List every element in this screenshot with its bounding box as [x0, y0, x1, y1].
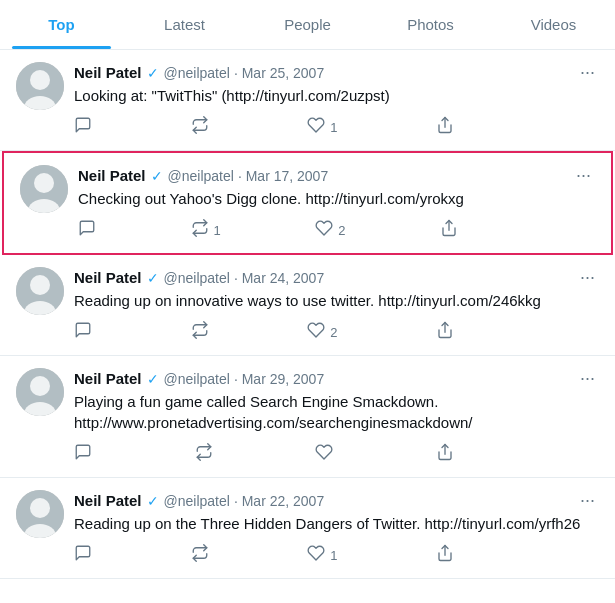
verified-icon: ✓	[151, 168, 163, 184]
tweet-date: · Mar 29, 2007	[234, 371, 324, 387]
tweet-body: Neil Patel ✓ @neilpatel · Mar 24, 2007 ·…	[74, 267, 599, 343]
author-name: Neil Patel	[74, 370, 142, 387]
tweet-actions	[74, 443, 454, 465]
retweet-icon	[191, 321, 209, 343]
retweet-button[interactable]: 1	[191, 219, 221, 241]
retweet-button[interactable]	[191, 544, 209, 566]
tweet-item: Neil Patel ✓ @neilpatel · Mar 29, 2007 ·…	[0, 356, 615, 478]
like-icon	[307, 116, 325, 138]
avatar	[20, 165, 68, 213]
retweet-icon	[191, 116, 209, 138]
retweet-button[interactable]	[191, 321, 209, 343]
like-button[interactable]: 2	[315, 219, 345, 241]
tweet-item: Neil Patel ✓ @neilpatel · Mar 17, 2007 ·…	[2, 151, 613, 255]
more-options-button[interactable]: ···	[576, 62, 599, 83]
like-button[interactable]	[315, 443, 333, 465]
tweet-header: Neil Patel ✓ @neilpatel · Mar 22, 2007 ·…	[74, 490, 599, 511]
like-count: 2	[338, 223, 345, 238]
tweet-text: Reading up on the Three Hidden Dangers o…	[74, 513, 599, 534]
more-options-button[interactable]: ···	[576, 368, 599, 389]
retweet-icon	[191, 544, 209, 566]
tweet-header: Neil Patel ✓ @neilpatel · Mar 24, 2007 ·…	[74, 267, 599, 288]
more-options-button[interactable]: ···	[572, 165, 595, 186]
tab-photos[interactable]: Photos	[369, 0, 492, 49]
share-button[interactable]	[440, 219, 458, 241]
like-icon	[307, 544, 325, 566]
tweet-item: Neil Patel ✓ @neilpatel · Mar 24, 2007 ·…	[0, 255, 615, 356]
like-count: 1	[330, 548, 337, 563]
author-handle: @neilpatel	[164, 270, 230, 286]
tweet-header-left: Neil Patel ✓ @neilpatel · Mar 24, 2007	[74, 269, 324, 286]
like-icon	[315, 443, 333, 465]
retweet-icon	[195, 443, 213, 465]
more-options-button[interactable]: ···	[576, 490, 599, 511]
share-icon	[436, 544, 454, 566]
tweet-actions: 1	[74, 544, 454, 566]
tweet-date: · Mar 24, 2007	[234, 270, 324, 286]
retweet-button[interactable]	[195, 443, 213, 465]
author-handle: @neilpatel	[164, 493, 230, 509]
tweet-header-left: Neil Patel ✓ @neilpatel · Mar 17, 2007	[78, 167, 328, 184]
tweet-text: Playing a fun game called Search Engine …	[74, 391, 599, 433]
tab-videos[interactable]: Videos	[492, 0, 615, 49]
retweet-button[interactable]	[191, 116, 209, 138]
tweet-header: Neil Patel ✓ @neilpatel · Mar 25, 2007 ·…	[74, 62, 599, 83]
tweet-header-left: Neil Patel ✓ @neilpatel · Mar 29, 2007	[74, 370, 324, 387]
reply-button[interactable]	[74, 544, 92, 566]
svg-point-9	[30, 275, 50, 295]
svg-point-17	[30, 498, 50, 518]
author-handle: @neilpatel	[168, 168, 234, 184]
like-button[interactable]: 2	[307, 321, 337, 343]
tweet-date: · Mar 17, 2007	[238, 168, 328, 184]
like-button[interactable]: 1	[307, 544, 337, 566]
tabs-bar: TopLatestPeoplePhotosVideos	[0, 0, 615, 50]
share-button[interactable]	[436, 321, 454, 343]
reply-button[interactable]	[78, 219, 96, 241]
svg-point-5	[34, 173, 54, 193]
reply-icon	[74, 544, 92, 566]
like-count: 1	[330, 120, 337, 135]
author-name: Neil Patel	[74, 492, 142, 509]
author-name: Neil Patel	[78, 167, 146, 184]
more-options-button[interactable]: ···	[576, 267, 599, 288]
author-handle: @neilpatel	[164, 371, 230, 387]
tab-top[interactable]: Top	[0, 0, 123, 49]
reply-icon	[74, 443, 92, 465]
tweet-header-left: Neil Patel ✓ @neilpatel · Mar 25, 2007	[74, 64, 324, 81]
share-button[interactable]	[436, 116, 454, 138]
tab-people[interactable]: People	[246, 0, 369, 49]
like-count: 2	[330, 325, 337, 340]
tweet-header-left: Neil Patel ✓ @neilpatel · Mar 22, 2007	[74, 492, 324, 509]
share-icon	[436, 443, 454, 465]
tweet-date: · Mar 25, 2007	[234, 65, 324, 81]
share-button[interactable]	[436, 443, 454, 465]
verified-icon: ✓	[147, 270, 159, 286]
share-icon	[436, 321, 454, 343]
reply-button[interactable]	[74, 321, 92, 343]
reply-icon	[78, 219, 96, 241]
verified-icon: ✓	[147, 493, 159, 509]
tweet-body: Neil Patel ✓ @neilpatel · Mar 25, 2007 ·…	[74, 62, 599, 138]
tweet-text: Checking out Yahoo's Digg clone. http://…	[78, 188, 595, 209]
tweet-date: · Mar 22, 2007	[234, 493, 324, 509]
tweet-list: Neil Patel ✓ @neilpatel · Mar 25, 2007 ·…	[0, 50, 615, 579]
tab-latest[interactable]: Latest	[123, 0, 246, 49]
retweet-icon	[191, 219, 209, 241]
verified-icon: ✓	[147, 371, 159, 387]
tweet-actions: 1	[74, 116, 454, 138]
reply-button[interactable]	[74, 443, 92, 465]
avatar	[16, 267, 64, 315]
tweet-body: Neil Patel ✓ @neilpatel · Mar 29, 2007 ·…	[74, 368, 599, 465]
svg-point-13	[30, 376, 50, 396]
tweet-text: Reading up on innovative ways to use twi…	[74, 290, 599, 311]
reply-button[interactable]	[74, 116, 92, 138]
retweet-count: 1	[214, 223, 221, 238]
like-icon	[307, 321, 325, 343]
like-button[interactable]: 1	[307, 116, 337, 138]
author-name: Neil Patel	[74, 269, 142, 286]
share-button[interactable]	[436, 544, 454, 566]
tweet-body: Neil Patel ✓ @neilpatel · Mar 17, 2007 ·…	[78, 165, 595, 241]
reply-icon	[74, 321, 92, 343]
verified-icon: ✓	[147, 65, 159, 81]
tweet-text: Looking at: "TwitThis" (http://tinyurl.c…	[74, 85, 599, 106]
